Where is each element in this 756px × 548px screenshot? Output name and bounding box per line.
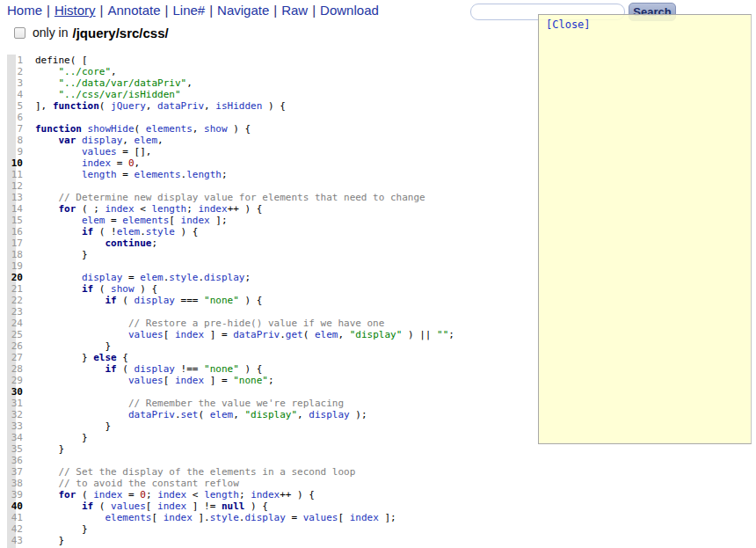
symbol-link[interactable]: elem bbox=[117, 226, 141, 237]
symbol-link[interactable]: elements bbox=[134, 169, 181, 180]
symbol-link[interactable]: index bbox=[181, 215, 210, 226]
line-number[interactable]: 23 bbox=[0, 306, 23, 318]
symbol-link[interactable]: display bbox=[309, 409, 349, 420]
line-number[interactable]: 10 bbox=[0, 157, 23, 169]
symbol-link[interactable]: display bbox=[134, 363, 175, 375]
line-number[interactable]: 34 bbox=[0, 432, 23, 443]
symbol-link[interactable]: index bbox=[175, 375, 204, 386]
symbol-link[interactable]: values bbox=[128, 375, 164, 386]
line-number[interactable]: 28 bbox=[0, 363, 23, 375]
symbol-link[interactable]: elem bbox=[140, 272, 164, 283]
line-number[interactable]: 5 bbox=[0, 100, 23, 112]
symbol-link[interactable]: style bbox=[210, 512, 239, 523]
line-number[interactable]: 29 bbox=[0, 375, 23, 386]
line-number[interactable]: 42 bbox=[0, 523, 23, 535]
line-number[interactable]: 15 bbox=[0, 215, 23, 226]
symbol-link[interactable]: show bbox=[111, 283, 134, 295]
line-number[interactable]: 18 bbox=[0, 249, 23, 260]
symbol-link[interactable]: jQuery bbox=[111, 100, 146, 112]
symbol-link[interactable]: elements bbox=[105, 512, 151, 523]
line-number[interactable]: 24 bbox=[0, 318, 23, 329]
symbol-link[interactable]: show bbox=[204, 123, 228, 135]
line-number[interactable]: 27 bbox=[0, 352, 23, 363]
line-number[interactable]: 33 bbox=[0, 420, 23, 432]
symbol-link[interactable]: index bbox=[251, 489, 280, 501]
line-number[interactable]: 1 bbox=[0, 55, 23, 66]
line-number[interactable]: 40 bbox=[0, 501, 23, 512]
symbol-link[interactable]: style bbox=[146, 226, 175, 237]
symbol-link[interactable]: index bbox=[175, 329, 204, 340]
line-number[interactable]: 9 bbox=[0, 146, 23, 157]
line-number[interactable]: 32 bbox=[0, 409, 23, 420]
line-number[interactable]: 41 bbox=[0, 512, 23, 523]
symbol-link[interactable]: values bbox=[128, 329, 164, 340]
only-in-checkbox[interactable] bbox=[14, 27, 25, 39]
symbol-link[interactable]: elem bbox=[315, 329, 338, 340]
symbol-link[interactable]: set bbox=[181, 409, 199, 420]
symbol-link[interactable]: values bbox=[111, 501, 146, 512]
nav-link-download[interactable]: Download bbox=[320, 3, 379, 18]
symbol-link[interactable]: index bbox=[199, 203, 228, 215]
line-number[interactable]: 26 bbox=[0, 340, 23, 352]
symbol-link[interactable]: length bbox=[152, 203, 187, 215]
nav-link-annotate[interactable]: Annotate bbox=[108, 3, 161, 18]
line-number[interactable]: 17 bbox=[0, 237, 23, 249]
line-number[interactable]: 39 bbox=[0, 489, 23, 501]
symbol-link[interactable]: index bbox=[105, 203, 134, 215]
line-number[interactable]: 43 bbox=[0, 535, 23, 546]
line-number[interactable]: 4 bbox=[0, 89, 23, 100]
line-number[interactable]: 11 bbox=[0, 169, 23, 180]
nav-link-history[interactable]: History bbox=[55, 3, 96, 18]
symbol-link[interactable]: display bbox=[204, 272, 244, 283]
line-number[interactable]: 14 bbox=[0, 203, 23, 215]
line-number[interactable]: 16 bbox=[0, 226, 23, 237]
symbol-link[interactable]: dataPriv bbox=[233, 329, 280, 340]
symbol-link[interactable]: index bbox=[82, 157, 111, 169]
line-number[interactable]: 36 bbox=[0, 455, 23, 466]
symbol-link[interactable]: values bbox=[82, 146, 117, 157]
symbol-link[interactable]: index bbox=[164, 512, 193, 523]
symbol-link[interactable]: display bbox=[134, 295, 175, 306]
symbol-link[interactable]: dataPriv bbox=[157, 100, 204, 112]
line-number[interactable]: 8 bbox=[0, 135, 23, 146]
symbol-link[interactable]: elem bbox=[210, 409, 234, 420]
nav-link-navigate[interactable]: Navigate bbox=[217, 3, 269, 18]
line-number[interactable]: 25 bbox=[0, 329, 23, 340]
line-number[interactable]: 3 bbox=[0, 77, 23, 89]
symbol-link[interactable]: length bbox=[82, 169, 117, 180]
close-link[interactable]: [Close] bbox=[546, 18, 591, 31]
line-number[interactable]: 37 bbox=[0, 466, 23, 478]
line-number[interactable]: 12 bbox=[0, 180, 23, 192]
symbol-link[interactable]: length bbox=[186, 169, 222, 180]
line-number[interactable]: 13 bbox=[0, 192, 23, 203]
line-number[interactable]: 2 bbox=[0, 66, 23, 77]
symbol-link[interactable]: style bbox=[169, 272, 198, 283]
symbol-link[interactable]: get bbox=[286, 329, 303, 340]
nav-link-home[interactable]: Home bbox=[7, 3, 42, 18]
line-number[interactable]: 35 bbox=[0, 443, 23, 455]
symbol-link[interactable]: index bbox=[157, 489, 186, 501]
line-number[interactable]: 22 bbox=[0, 295, 23, 306]
line-number[interactable]: 6 bbox=[0, 112, 23, 123]
symbol-link[interactable]: elements bbox=[146, 123, 193, 135]
line-number[interactable]: 7 bbox=[0, 123, 23, 135]
symbol-link[interactable]: length bbox=[204, 489, 239, 501]
symbol-link[interactable]: index bbox=[93, 489, 122, 501]
symbol-link[interactable]: display bbox=[244, 512, 285, 523]
line-number[interactable]: 30 bbox=[0, 386, 23, 398]
symbol-link[interactable]: elements bbox=[122, 215, 169, 226]
symbol-link[interactable]: index bbox=[157, 501, 186, 512]
line-number[interactable]: 31 bbox=[0, 398, 23, 409]
symbol-link[interactable]: display bbox=[82, 135, 122, 146]
nav-link-line[interactable]: Line# bbox=[172, 3, 205, 18]
symbol-link[interactable]: elem bbox=[82, 215, 105, 226]
symbol-link[interactable]: elem bbox=[134, 135, 158, 146]
symbol-link[interactable]: values bbox=[303, 512, 338, 523]
symbol-link[interactable]: showHide bbox=[88, 123, 134, 135]
line-number[interactable]: 38 bbox=[0, 478, 23, 489]
symbol-link[interactable]: display bbox=[82, 272, 122, 283]
symbol-link[interactable]: isHidden bbox=[215, 100, 262, 112]
line-number[interactable]: 21 bbox=[0, 283, 23, 295]
line-number[interactable]: 20 bbox=[0, 272, 23, 283]
line-number[interactable]: 19 bbox=[0, 260, 23, 272]
